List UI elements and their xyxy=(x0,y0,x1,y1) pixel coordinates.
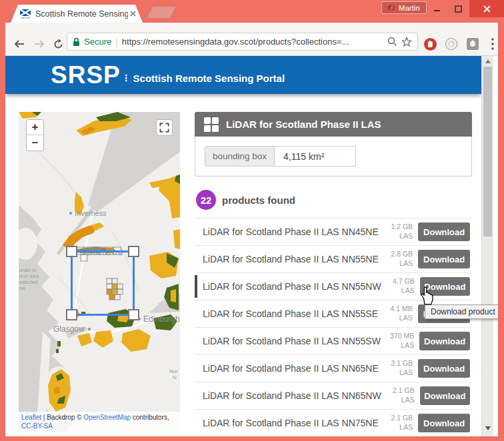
bounding-box-field: bounding box 4,115 km² xyxy=(205,146,356,167)
minimize-icon xyxy=(433,5,441,13)
title-bar: gov.scot Scottish Remote Sensing Martin xyxy=(0,0,504,23)
product-name: LiDAR for Scotland Phase II LAS NN55SW xyxy=(203,336,381,346)
product-size: 4.1 MBLAS xyxy=(383,304,413,322)
site-subtitle: Scottish Remote Sensing Portal xyxy=(133,73,285,84)
map-zoom-control: + − xyxy=(26,119,44,151)
secure-label: Secure xyxy=(84,37,111,47)
svg-text:unart to: unart to xyxy=(19,267,36,273)
maximize-button[interactable] xyxy=(448,0,468,17)
address-bar[interactable]: Secure | https://remotesensingdata.gov.s… xyxy=(67,33,418,51)
results-found-label: products found xyxy=(222,195,295,206)
saltire-favicon-icon: gov.scot xyxy=(20,9,31,19)
product-name: LiDAR for Scotland Phase II LAS NN55NE xyxy=(203,254,379,264)
profile-chip[interactable]: Martin xyxy=(381,1,427,14)
product-list: LiDAR for Scotland Phase II LAS NN45NE 1… xyxy=(195,218,472,436)
back-button[interactable] xyxy=(11,35,28,53)
close-icon xyxy=(483,5,491,13)
cursor-pointer-icon xyxy=(420,286,435,308)
svg-text:gov.scot: gov.scot xyxy=(21,16,29,18)
product-name: LiDAR for Scotland Phase II LAS NN75NE xyxy=(203,418,379,428)
product-size: 4.7 GBLAS xyxy=(387,277,415,295)
magnifier-icon[interactable] xyxy=(387,37,397,47)
product-size: 370 MBLAS xyxy=(386,332,414,350)
collection-header: LiDAR for Scotland Phase II LAS xyxy=(195,112,472,137)
map-label-north-1: Nor xyxy=(169,368,178,374)
zoom-in-button[interactable]: + xyxy=(27,120,43,135)
leaflet-link[interactable]: Leaflet xyxy=(21,414,41,421)
reload-button[interactable] xyxy=(49,35,67,53)
new-tab-button[interactable] xyxy=(146,6,177,19)
brand-separator-icon: ⁝ xyxy=(125,77,128,80)
browser-window: gov.scot Scottish Remote Sensing Martin xyxy=(0,0,504,441)
product-size: 2.8 GBLAS xyxy=(384,250,413,268)
extension-square-icon[interactable] xyxy=(465,36,481,52)
collection-title: LiDAR for Scotland Phase II LAS xyxy=(226,119,381,130)
forward-button[interactable] xyxy=(31,35,48,53)
scrollbar-thumb[interactable] xyxy=(483,67,492,236)
grid-icon xyxy=(204,117,219,132)
download-button[interactable]: Download xyxy=(418,222,470,241)
map[interactable]: Scotland xyxy=(19,112,180,432)
adblock-hand-icon[interactable] xyxy=(422,36,438,52)
scroll-down-icon[interactable] xyxy=(485,426,491,430)
results-count-badge: 22 xyxy=(196,190,216,210)
browser-toolbar: Secure | https://remotesensingdata.gov.s… xyxy=(5,23,498,56)
minimize-button[interactable] xyxy=(427,0,447,17)
profile-icon xyxy=(388,4,395,11)
site-header: SRSP ⁝ Scottish Remote Sensing Portal xyxy=(5,56,481,94)
maximize-icon xyxy=(455,5,462,13)
product-name: LiDAR for Scotland Phase II LAS NN55NW xyxy=(203,281,381,292)
fullscreen-button[interactable] xyxy=(156,119,173,136)
product-row: LiDAR for Scotland Phase II LAS NN55SW 3… xyxy=(195,328,472,355)
product-name: LiDAR for Scotland Phase II LAS NN65NW xyxy=(203,390,381,401)
browser-tab[interactable]: gov.scot Scottish Remote Sensing xyxy=(11,5,143,23)
product-name: LiDAR for Scotland Phase II LAS NN65NE xyxy=(203,363,379,374)
bounding-box-label: bounding box xyxy=(205,146,275,167)
results-panel: LiDAR for Scotland Phase II LAS bounding… xyxy=(195,112,472,436)
map-attribution: Leaflet | Backdrop © OpenStreetMap contr… xyxy=(19,412,180,432)
product-name: LiDAR for Scotland Phase II LAS NN45NE xyxy=(203,226,379,237)
download-button[interactable]: Download xyxy=(419,332,470,350)
download-button[interactable]: Download xyxy=(418,359,470,378)
forward-icon xyxy=(33,39,45,49)
download-button[interactable]: Download xyxy=(420,386,470,405)
product-row: LiDAR for Scotland Phase II LAS NN65NW 2… xyxy=(195,382,472,410)
results-summary: 22 products found xyxy=(195,190,472,210)
filter-box: bounding box 4,115 km² xyxy=(195,137,472,177)
product-size: 2.1 GBLAS xyxy=(387,386,415,404)
product-size: 3.1 GBLAS xyxy=(384,359,413,377)
reload-icon xyxy=(53,39,64,50)
product-size: 2.1 GBLAS xyxy=(384,414,413,432)
map-label-edinburgh: Edinburgh xyxy=(143,314,180,324)
bounding-box-value[interactable]: 4,115 km² xyxy=(275,146,356,167)
page-viewport: SRSP ⁝ Scottish Remote Sensing Portal xyxy=(5,56,498,436)
download-button[interactable]: Download xyxy=(418,414,470,432)
tab-title: Scottish Remote Sensing xyxy=(35,9,128,19)
url-text: https://remotesensingdata.gov.scot/produ… xyxy=(122,37,383,47)
tab-close-icon[interactable] xyxy=(128,9,137,19)
product-row: LiDAR for Scotland Phase II LAS NN75NE 2… xyxy=(195,410,472,436)
map-canvas[interactable]: Scotland xyxy=(19,112,180,432)
menu-dots-icon[interactable] xyxy=(485,36,501,52)
svg-text:rotected: rotected xyxy=(19,279,37,285)
bookmark-star-icon[interactable] xyxy=(401,37,412,47)
back-icon xyxy=(13,39,25,49)
site-brand: SRSP xyxy=(51,61,121,89)
osm-link[interactable]: OpenStreetMap xyxy=(83,414,131,421)
download-button[interactable]: Download xyxy=(418,250,470,268)
product-name: LiDAR for Scotland Phase II LAS NN55SE xyxy=(203,308,378,319)
map-label-inverness: Inverness xyxy=(75,209,107,217)
profile-name: Martin xyxy=(399,4,420,12)
product-row: LiDAR for Scotland Phase II LAS NN45NE 1… xyxy=(195,219,472,246)
close-button[interactable] xyxy=(469,0,504,17)
zoom-out-button[interactable]: − xyxy=(27,135,43,151)
fullscreen-icon xyxy=(159,123,169,133)
license-link[interactable]: CC-BY-SA xyxy=(21,422,53,430)
svg-text:d of Jura: d of Jura xyxy=(19,273,39,279)
lock-icon xyxy=(73,37,80,47)
map-label-glasgow: Glasgow xyxy=(53,324,85,334)
product-row: LiDAR for Scotland Phase II LAS NN65NE 3… xyxy=(195,355,472,382)
extension-ghost-icon[interactable] xyxy=(443,36,459,52)
scroll-up-icon[interactable] xyxy=(485,59,491,63)
page-scrollbar[interactable] xyxy=(481,56,493,436)
